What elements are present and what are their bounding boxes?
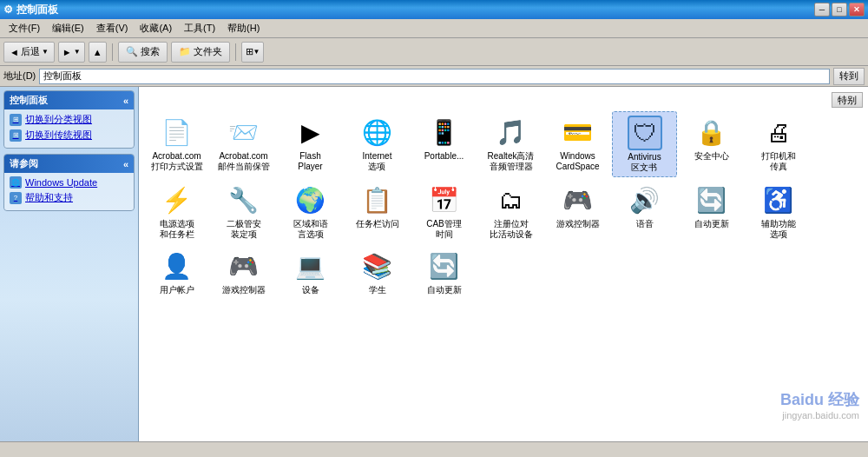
icon-item-15[interactable]: 🗂注册位对 比活动设备	[478, 179, 543, 243]
sidebar-link-text-3: Windows Update	[25, 177, 97, 188]
icon-image-16: 🎮	[561, 182, 595, 217]
folders-label: 文件夹	[194, 45, 222, 58]
sidebar-link-classic[interactable]: ⊞ 切换到传统视图	[10, 129, 128, 142]
address-label: 地址(D)	[3, 70, 36, 83]
icon-label-22: 游戏控制器	[222, 285, 266, 295]
sidebar-section-title-see-also: 请参阅	[10, 157, 38, 170]
minimize-button[interactable]: ─	[814, 3, 830, 17]
icon-item-2[interactable]: ▶Flash Player	[278, 111, 343, 177]
sidebar-link-category[interactable]: ⊞ 切换到分类视图	[10, 113, 128, 126]
icon-label-2: Flash Player	[298, 151, 322, 172]
menu-help[interactable]: 帮助(H)	[222, 20, 265, 36]
sidebar: 控制面板 « ⊞ 切换到分类视图 ⊞ 切换到传统视图 请参阅 «	[0, 87, 139, 441]
icon-image-11: 🔧	[227, 182, 261, 217]
menu-edit[interactable]: 编辑(E)	[47, 20, 89, 36]
folders-icon: 📁	[179, 46, 191, 57]
sidebar-section-header-see-also[interactable]: 请参阅 «	[4, 155, 134, 173]
baidu-url: jingyan.baidu.com	[780, 410, 859, 421]
toolbar-separator-2	[235, 43, 236, 61]
content-header: 特别	[144, 92, 863, 108]
icon-image-4: 📱	[427, 115, 462, 149]
menu-tools[interactable]: 工具(T)	[179, 20, 220, 36]
icon-image-21: 👤	[160, 248, 194, 283]
icon-label-15: 注册位对 比活动设备	[490, 219, 533, 240]
toolbar-separator-1	[112, 43, 113, 61]
icon-image-3: 🌐	[360, 115, 395, 149]
icon-label-14: CAB管理 时间	[426, 219, 462, 240]
status-bar	[0, 441, 868, 457]
icon-item-9[interactable]: 🖨打印机和 传真	[746, 111, 811, 177]
icon-label-17: 语音	[636, 219, 654, 229]
icon-item-11[interactable]: 🔧二极管安 装定项	[211, 179, 276, 243]
up-button[interactable]: ▲	[89, 42, 107, 63]
back-button[interactable]: ◄ 后退 ▼	[3, 42, 55, 63]
icon-image-12: 🌍	[293, 182, 328, 217]
icon-item-12[interactable]: 🌍区域和语 言选项	[278, 179, 343, 243]
sidebar-section-header-control[interactable]: 控制面板 «	[4, 91, 134, 109]
icon-item-6[interactable]: 💳Windows CardSpace	[545, 111, 610, 177]
icon-label-12: 区域和语 言选项	[293, 219, 328, 240]
icon-item-21[interactable]: 👤用户帐户	[144, 245, 209, 299]
icon-item-20[interactable]: ♿辅助功能 选项	[746, 179, 811, 243]
sidebar-link-text-1: 切换到分类视图	[25, 113, 92, 126]
address-input[interactable]	[39, 69, 830, 84]
close-button[interactable]: ✕	[849, 3, 865, 17]
maximize-button[interactable]: □	[832, 3, 847, 17]
icon-label-1: Acrobat.com 邮件当前保管	[218, 151, 270, 172]
icon-item-23[interactable]: 💻设备	[278, 245, 343, 299]
baidu-logo: Baidu 经验	[780, 389, 859, 410]
sidebar-link-windows-update[interactable]: 🌐 Windows Update	[10, 176, 128, 189]
forward-button[interactable]: ► ▼	[58, 42, 85, 63]
icon-image-1: 📨	[227, 115, 261, 149]
folders-button[interactable]: 📁 文件夹	[171, 42, 230, 63]
menu-file[interactable]: 文件(F)	[3, 20, 45, 36]
up-icon: ▲	[93, 47, 102, 57]
icon-item-5[interactable]: 🎵Realtek高清 音频管理器	[478, 111, 543, 177]
icon-item-13[interactable]: 📋任务栏访问	[345, 179, 410, 243]
go-button[interactable]: 转到	[833, 68, 865, 85]
search-icon: 🔍	[126, 46, 138, 57]
sidebar-collapse-icon-control: «	[123, 96, 128, 106]
icon-image-23: 💻	[293, 248, 328, 283]
icon-image-6: 💳	[561, 115, 595, 149]
icon-item-16[interactable]: 🎮游戏控制器	[545, 179, 610, 243]
icon-label-13: 任务栏访问	[356, 219, 399, 229]
icon-label-0: Acrobat.com 打印方式设置	[151, 151, 203, 172]
sidebar-link-help[interactable]: ? 帮助和支持	[10, 191, 128, 204]
icon-item-1[interactable]: 📨Acrobat.com 邮件当前保管	[211, 111, 276, 177]
sidebar-section-title-control: 控制面板	[10, 94, 48, 107]
icon-image-22: 🎮	[227, 248, 261, 283]
sidebar-section-see-also: 请参阅 « 🌐 Windows Update ? 帮助和支持	[3, 154, 135, 211]
icon-item-24[interactable]: 📚学生	[345, 245, 410, 299]
menu-bar: 文件(F) 编辑(E) 查看(V) 收藏(A) 工具(T) 帮助(H)	[0, 19, 868, 38]
icon-item-14[interactable]: 📅CAB管理 时间	[411, 179, 477, 243]
icon-item-25[interactable]: 🔄自动更新	[411, 245, 477, 299]
icon-item-8[interactable]: 🔒安全中心	[679, 111, 744, 177]
icon-image-20: ♿	[761, 182, 796, 217]
icon-item-22[interactable]: 🎮游戏控制器	[211, 245, 276, 299]
view-button[interactable]: ⊞ ▼	[241, 42, 265, 63]
sidebar-link-text-4: 帮助和支持	[25, 191, 73, 204]
search-button[interactable]: 🔍 搜索	[118, 42, 168, 63]
search-label: 搜索	[141, 45, 160, 58]
special-button[interactable]: 特别	[832, 92, 863, 108]
icon-label-5: Realtek高清 音频管理器	[488, 151, 535, 172]
menu-favorites[interactable]: 收藏(A)	[135, 20, 177, 36]
forward-dropdown-icon: ▼	[74, 48, 81, 56]
icon-image-24: 📚	[360, 248, 395, 283]
icon-item-17[interactable]: 🔊语音	[612, 179, 677, 243]
sidebar-link-icon-3: 🌐	[10, 176, 22, 189]
icon-item-18[interactable]: 🔄自动更新	[679, 179, 744, 243]
menu-view[interactable]: 查看(V)	[91, 20, 134, 36]
icon-label-3: Internet 选项	[363, 151, 392, 172]
icon-image-8: 🔒	[694, 115, 729, 149]
icon-label-20: 辅助功能 选项	[761, 219, 796, 240]
icon-item-0[interactable]: 📄Acrobat.com 打印方式设置	[144, 111, 209, 177]
back-dropdown-icon: ▼	[42, 48, 49, 56]
sidebar-section-content-control: ⊞ 切换到分类视图 ⊞ 切换到传统视图	[4, 109, 134, 148]
icon-item-7[interactable]: 🛡Antivirus 区文书	[612, 111, 677, 177]
icon-item-4[interactable]: 📱Portable...	[411, 111, 477, 177]
icon-item-3[interactable]: 🌐Internet 选项	[345, 111, 410, 177]
icon-label-21: 用户帐户	[160, 285, 194, 295]
icon-item-10[interactable]: ⚡电源选项 和任务栏	[144, 179, 209, 243]
